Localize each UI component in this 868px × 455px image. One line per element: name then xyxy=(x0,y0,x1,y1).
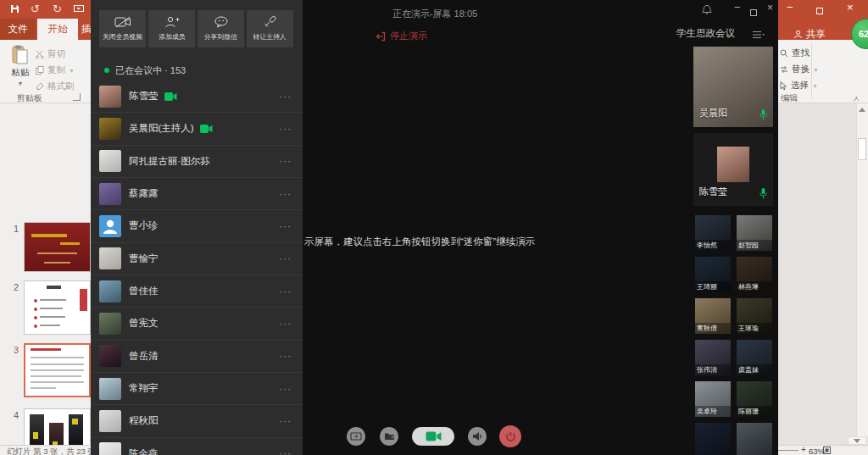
member-row[interactable]: 程秋阳··· xyxy=(91,405,303,437)
scroll-down-button[interactable] xyxy=(848,436,866,445)
screen-share-button[interactable] xyxy=(347,427,365,446)
video-tile[interactable]: 陈雪莹 xyxy=(693,133,773,206)
video-thumbnail[interactable]: 林燕琳 xyxy=(737,257,772,292)
action-button-3[interactable]: 分享到微信 xyxy=(198,10,244,47)
cut-button[interactable]: 剪切 xyxy=(36,48,65,60)
member-name: 曾佳佳 xyxy=(129,285,159,297)
dialog-launcher-icon[interactable] xyxy=(73,93,81,101)
zoom-in-button[interactable]: + xyxy=(801,445,806,454)
zoom-slider[interactable] xyxy=(778,450,798,451)
member-row[interactable]: 陈雪莹··· xyxy=(91,80,303,113)
meeting-close-button[interactable]: × xyxy=(767,2,773,14)
action-button-2[interactable]: 添加成员 xyxy=(148,10,195,47)
member-row[interactable]: 曾宪文··· xyxy=(91,308,303,340)
slide-thumbnail[interactable] xyxy=(24,222,91,272)
folder-icon xyxy=(384,432,395,441)
video-thumbnail[interactable]: 赵智园 xyxy=(737,215,772,251)
action-button-1[interactable]: 关闭全员视频 xyxy=(99,10,146,47)
member-more-button[interactable]: ··· xyxy=(279,415,292,427)
member-more-button[interactable]: ··· xyxy=(279,220,292,232)
participant-name: 赵智园 xyxy=(737,240,772,251)
ppt-restore-button[interactable] xyxy=(816,5,823,17)
member-row[interactable]: 曹愉宁··· xyxy=(91,243,303,275)
video-thumbnail[interactable] xyxy=(737,423,772,455)
bell-icon[interactable] xyxy=(702,3,712,14)
video-thumbnail[interactable] xyxy=(695,423,731,455)
member-row[interactable]: 阿扎提古丽·图尔荪··· xyxy=(91,146,303,178)
video-thumbnail[interactable]: 虞盖妹 xyxy=(737,340,772,375)
format-painter-button[interactable]: 格式刷 xyxy=(36,80,75,92)
member-more-button[interactable]: ··· xyxy=(279,318,292,330)
share-file-button[interactable] xyxy=(380,427,398,446)
member-row[interactable]: 陈金燕··· xyxy=(91,438,303,455)
member-more-button[interactable]: ··· xyxy=(279,188,292,200)
avatar xyxy=(99,410,121,432)
meeting-maximize-button[interactable] xyxy=(750,4,757,19)
redo-icon[interactable]: ↻ xyxy=(53,3,62,15)
speaker-button[interactable] xyxy=(468,427,487,446)
member-more-button[interactable]: ··· xyxy=(279,350,292,362)
camera-off-icon xyxy=(114,16,131,28)
monitor-icon xyxy=(350,432,362,441)
video-thumbnail[interactable]: 吴卓玲 xyxy=(695,381,731,417)
action-label: 转让主持人 xyxy=(253,32,287,42)
member-row[interactable]: 蔡露露··· xyxy=(91,178,303,210)
member-list-icon[interactable] xyxy=(753,31,765,39)
participant-name: 陈雪莹 xyxy=(699,186,727,198)
member-row[interactable]: 吴晨阳(主持人)··· xyxy=(91,113,303,145)
fit-to-window-icon[interactable] xyxy=(823,447,831,454)
member-more-button[interactable]: ··· xyxy=(279,383,292,395)
ppt-close-button[interactable]: × xyxy=(847,2,854,14)
select-button[interactable]: 选择▼ xyxy=(780,80,818,92)
member-more-button[interactable]: ··· xyxy=(279,155,292,167)
tab-home[interactable]: 开始 xyxy=(37,19,78,40)
member-more-button[interactable]: ··· xyxy=(279,252,292,264)
replace-button[interactable]: 替换▼ xyxy=(780,64,819,75)
camera-toggle-button[interactable] xyxy=(412,427,454,446)
find-button[interactable]: 查找 xyxy=(780,47,810,59)
avatar xyxy=(99,345,121,367)
share-button[interactable]: 共享 xyxy=(793,28,826,41)
participant-name: 张伟清 xyxy=(695,364,731,375)
video-thumbnail[interactable]: 黄秋倩 xyxy=(695,298,731,334)
paste-button[interactable]: 粘贴 ▼ xyxy=(7,45,34,96)
slide-thumbnail[interactable] xyxy=(24,280,91,335)
scrollbar-thumb[interactable] xyxy=(858,138,866,160)
action-button-4[interactable]: 转让主持人 xyxy=(247,10,293,47)
copy-button[interactable]: 复制▼ xyxy=(36,64,75,76)
scroll-up-icon[interactable] xyxy=(859,108,865,112)
video-tile[interactable]: 吴晨阳 xyxy=(693,47,773,127)
meeting-minimize-button[interactable]: − xyxy=(734,1,741,14)
video-thumbnail[interactable]: 王琦丽 xyxy=(695,257,731,292)
member-more-button[interactable]: ··· xyxy=(279,447,292,455)
video-thumbnail[interactable]: 陈丽珊 xyxy=(737,381,772,417)
member-name: 陈雪莹 xyxy=(129,90,159,103)
slideshow-icon[interactable] xyxy=(74,5,84,14)
video-thumbnail[interactable]: 张伟清 xyxy=(695,340,731,375)
member-row[interactable]: 曾佳佳··· xyxy=(91,275,303,308)
video-thumbnail[interactable]: 李怡然 xyxy=(695,215,731,251)
participant-name: 黄秋倩 xyxy=(695,323,731,334)
member-more-button[interactable]: ··· xyxy=(279,286,292,297)
member-row[interactable]: 曾岳清··· xyxy=(91,341,303,373)
leave-meeting-button[interactable] xyxy=(499,425,521,447)
slide-thumbnail[interactable] xyxy=(24,408,91,445)
undo-icon[interactable]: ↺ xyxy=(31,3,40,15)
member-more-button[interactable]: ··· xyxy=(279,123,292,135)
participant-name: 吴卓玲 xyxy=(695,406,731,417)
ppt-minimize-button[interactable]: − xyxy=(787,2,793,14)
member-name: 常翔宇 xyxy=(129,382,159,395)
avatar xyxy=(99,215,121,237)
tab-insert[interactable]: 插入 xyxy=(81,19,91,40)
clipboard-icon xyxy=(12,45,29,65)
member-more-button[interactable]: ··· xyxy=(279,91,292,103)
member-name: 曾宪文 xyxy=(129,317,159,330)
member-row[interactable]: 常翔宇··· xyxy=(91,373,303,405)
member-row[interactable]: 曹小珍··· xyxy=(91,210,303,242)
save-icon[interactable] xyxy=(10,4,19,14)
avatar xyxy=(99,280,121,302)
video-thumbnail[interactable]: 王琢瑜 xyxy=(737,298,772,334)
slide-thumbnail[interactable] xyxy=(24,343,91,397)
tab-file[interactable]: 文件 xyxy=(0,19,36,40)
stop-presenting-button[interactable]: 停止演示 xyxy=(376,30,427,42)
